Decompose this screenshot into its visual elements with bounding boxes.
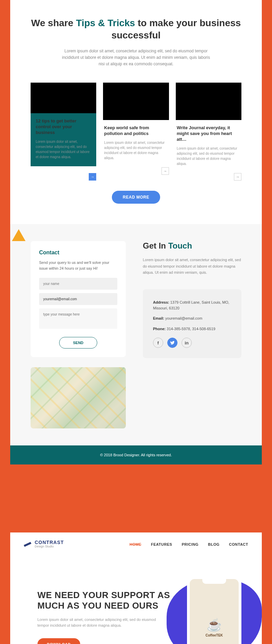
app-name: CoffeeTEK [205, 633, 223, 637]
tips-title-highlight: Tips & Tricks [76, 18, 135, 28]
touch-title-pre: Get In [143, 241, 168, 250]
download-button[interactable]: DOWNLOAD [37, 638, 80, 644]
tip-card-1[interactable]: 12 tips to get better control over your … [31, 83, 96, 181]
card-title: 12 tips to get better control over your … [36, 118, 91, 136]
copyright: © 2018 Brood Designer. All rights reserv… [18, 453, 254, 457]
contact-form-card: Contact Send your query to us and we'll … [31, 241, 126, 357]
tips-title-pre: We share [31, 18, 76, 28]
contact-heading: Contact [39, 250, 117, 256]
card-text: Lorem ipsum dolor sit amet, consectetur … [36, 139, 91, 159]
card-image [176, 83, 241, 120]
readmore-button[interactable]: READ MORE [112, 191, 160, 204]
facebook-icon[interactable]: f [153, 338, 163, 348]
nav-home[interactable]: HOME [130, 542, 141, 546]
phone-notch [202, 579, 226, 584]
send-button[interactable]: SEND [59, 337, 98, 349]
phone-line: Phone: 314-385-5978, 314-508-6519 [153, 326, 231, 332]
phone-mockup: ☕ CoffeeTEK [187, 576, 241, 644]
message-input[interactable] [39, 308, 117, 329]
card-title: Write Journal everyday, it might save yo… [177, 125, 240, 142]
touch-description: Lorem ipsum dolor sit amet, consectetur … [143, 257, 241, 276]
arrow-icon[interactable]: → [89, 173, 96, 181]
nav-blog[interactable]: BLOG [208, 542, 220, 546]
tip-card-2[interactable]: Keep world safe from pollution and polit… [103, 83, 169, 181]
tips-description: Lorem ipsum dolor sit amet, consectetur … [60, 48, 213, 68]
contact-info-box: Address: 1379 Cottrill Lane, Saint Louis… [143, 289, 241, 358]
triangle-decoration [12, 229, 26, 241]
logo-icon [24, 542, 31, 547]
coffee-icon: ☕ [207, 618, 222, 632]
address-line: Address: 1379 Cottrill Lane, Saint Louis… [153, 300, 231, 311]
arrow-icon[interactable]: → [234, 173, 241, 181]
nav-pricing[interactable]: PRICING [182, 542, 198, 546]
nav-contact[interactable]: CONTACT [229, 542, 248, 546]
map-image[interactable] [31, 367, 126, 428]
arrow-icon[interactable]: → [162, 167, 169, 175]
hero-title: WE NEED YOUR SUPPORT AS MUCH AS YOU NEED… [37, 590, 170, 611]
hero-description: Lorem ipsum dolor sit amet, consectetur … [37, 617, 160, 629]
brand-sub: Design Studio [35, 545, 64, 548]
tips-heading: We share Tips & Tricks to make your busi… [31, 17, 241, 42]
linkedin-icon[interactable]: in [182, 338, 192, 348]
brand-name: CONTRAST [35, 540, 64, 545]
touch-heading: Get In Touch [143, 241, 241, 251]
nav-features[interactable]: FEATURES [151, 542, 172, 546]
contact-desc: Send your query to us and we'll solve yo… [39, 260, 117, 271]
card-text: Lorem ipsum dolor sit amet, consectetur … [177, 146, 240, 166]
logo[interactable]: CONTRAST Design Studio [24, 540, 64, 548]
card-text: Lorem ipsum dolor sit amet, consectetur … [104, 140, 168, 160]
email-line: Email: youremail@email.com [153, 316, 231, 321]
email-input[interactable] [39, 293, 117, 305]
navbar: CONTRAST Design Studio HOME FEATURES PRI… [10, 532, 262, 556]
twitter-icon[interactable] [167, 338, 177, 348]
card-title: Keep world safe from pollution and polit… [104, 125, 168, 137]
name-input[interactable] [39, 278, 117, 290]
tip-card-3[interactable]: Write Journal everyday, it might save yo… [176, 83, 241, 181]
touch-title-highlight: Touch [168, 241, 192, 250]
card-image [103, 83, 169, 120]
footer: © 2018 Brood Designer. All rights reserv… [10, 445, 262, 464]
